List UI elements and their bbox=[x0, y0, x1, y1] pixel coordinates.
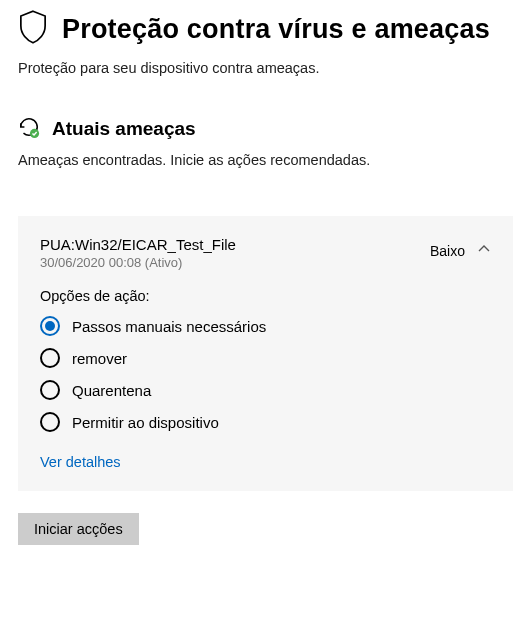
radio-option-manual[interactable]: Passos manuais necessários bbox=[40, 316, 491, 336]
section-desc: Ameaças encontradas. Inicie as ações rec… bbox=[18, 152, 513, 168]
radio-icon bbox=[40, 380, 60, 400]
history-check-icon bbox=[18, 116, 40, 142]
actions-label: Opções de ação: bbox=[40, 288, 491, 304]
radio-option-remove[interactable]: remover bbox=[40, 348, 491, 368]
page-title: Proteção contra vírus e ameaças bbox=[62, 14, 490, 45]
threat-name: PUA:Win32/EICAR_Test_File bbox=[40, 236, 236, 253]
details-link[interactable]: Ver detalhes bbox=[40, 454, 121, 470]
shield-icon bbox=[18, 10, 48, 48]
radio-label: Permitir ao dispositivo bbox=[72, 414, 219, 431]
radio-label: remover bbox=[72, 350, 127, 367]
radio-label: Passos manuais necessários bbox=[72, 318, 266, 335]
radio-icon bbox=[40, 412, 60, 432]
radio-option-allow[interactable]: Permitir ao dispositivo bbox=[40, 412, 491, 432]
threat-card: PUA:Win32/EICAR_Test_File 30/06/2020 00:… bbox=[18, 216, 513, 491]
threat-meta: 30/06/2020 00:08 (Ativo) bbox=[40, 255, 236, 270]
svg-point-0 bbox=[30, 129, 39, 138]
page-subtitle: Proteção para seu dispositivo contra ame… bbox=[18, 60, 513, 76]
radio-icon bbox=[40, 348, 60, 368]
start-actions-button[interactable]: Iniciar acções bbox=[18, 513, 139, 545]
radio-icon bbox=[40, 316, 60, 336]
radio-label: Quarentena bbox=[72, 382, 151, 399]
threat-severity: Baixo bbox=[430, 243, 465, 259]
radio-option-quarantine[interactable]: Quarentena bbox=[40, 380, 491, 400]
section-title: Atuais ameaças bbox=[52, 118, 196, 140]
chevron-up-icon[interactable] bbox=[477, 242, 491, 260]
